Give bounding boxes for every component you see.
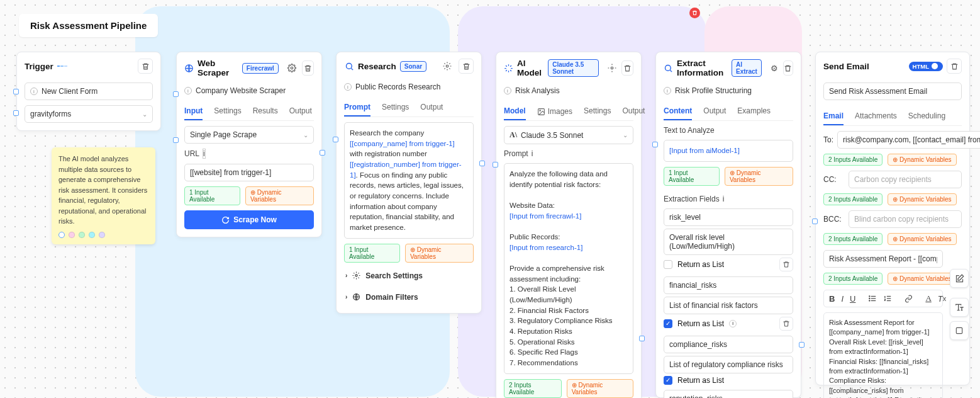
research-prompt-text[interactable]: Research the company [[company_name] fro…	[344, 122, 474, 239]
link-icon[interactable]	[905, 293, 913, 304]
delete-button[interactable]	[138, 59, 153, 74]
tab-images[interactable]: Images	[537, 103, 572, 120]
tab-prompt[interactable]: Prompt	[344, 99, 370, 117]
return-as-list-checkbox[interactable]	[664, 260, 672, 269]
ai-prompt-text[interactable]: Analyze the following data and identify …	[504, 163, 633, 374]
delete-button[interactable]	[621, 60, 633, 76]
email-to-input[interactable]: risk@company.com, [[contact_email] from …	[837, 131, 980, 149]
italic-icon[interactable]: I	[841, 293, 844, 304]
dynamic-variables-chip[interactable]: ⊕ Dynamic Variables	[725, 167, 793, 186]
research-card[interactable]: Research Sonar iPublic Records Research …	[336, 52, 482, 314]
underline-icon[interactable]: U	[850, 293, 855, 304]
domain-filters-expander[interactable]: › Domain Filters	[344, 289, 474, 305]
field-name-input[interactable]: reputation_risks	[664, 390, 793, 398]
email-subtitle[interactable]: Send Risk Assessment Email	[823, 82, 962, 100]
research-title: Research	[358, 62, 396, 71]
tab-attachments[interactable]: Attachments	[855, 108, 897, 125]
research-tabs[interactable]: Prompt Settings Output	[344, 99, 474, 117]
svg-point-13	[869, 296, 870, 297]
tab-model[interactable]: Model	[504, 103, 526, 120]
scrape-type-select[interactable]: Single Page Scrape ⌄	[184, 126, 314, 144]
email-body-editor[interactable]: Risk Assessment Report for [[company_nam…	[823, 312, 943, 398]
search-icon	[344, 61, 354, 71]
tab-scheduling[interactable]: Scheduling	[908, 108, 945, 125]
tab-email[interactable]: Email	[823, 108, 844, 125]
return-as-list-checkbox[interactable]	[664, 319, 672, 328]
settings-button[interactable]	[606, 60, 618, 76]
settings-button[interactable]	[440, 59, 455, 74]
field-desc-input[interactable]: List of financial risk factors	[664, 297, 793, 314]
edit-subject-button[interactable]	[950, 269, 969, 288]
tab-output[interactable]: Output	[289, 103, 312, 120]
dynamic-variables-chip[interactable]: ⊕ Dynamic Variables	[405, 244, 474, 263]
scrape-now-button[interactable]: Scrape Now	[184, 210, 314, 229]
email-subject-input[interactable]: Risk Assessment Report - [[company_name]…	[823, 250, 943, 268]
list-ol-icon[interactable]	[883, 293, 892, 304]
tab-examples[interactable]: Examples	[737, 103, 771, 120]
rich-text-toolbar[interactable]: B I U A Tx	[823, 290, 943, 307]
font-size-button[interactable]	[950, 298, 969, 317]
field-name-input[interactable]: financial_risks	[664, 276, 793, 294]
extract-card[interactable]: Extract Information AI Extract ⚙ iRisk P…	[655, 52, 801, 398]
settings-button[interactable]: ⚙	[769, 60, 779, 76]
dynamic-variables-chip[interactable]: ⊕ Dynamic Variables	[888, 154, 956, 166]
clear-format-icon[interactable]: Tx	[938, 293, 946, 304]
search-settings-expander[interactable]: › Search Settings	[344, 268, 474, 284]
chevron-down-icon: ⌄	[303, 132, 308, 139]
pipeline-notification-badge[interactable]	[689, 8, 700, 18]
field-delete-button[interactable]	[779, 317, 793, 331]
expand-body-button[interactable]	[950, 321, 969, 340]
bold-icon[interactable]: B	[829, 293, 835, 304]
field-desc-input[interactable]: List of regulatory compliance risks	[664, 356, 793, 373]
trigger-form-select[interactable]: iNew Client Form	[25, 82, 153, 100]
field-name-input[interactable]: compliance_risks	[664, 336, 793, 353]
email-bcc-input[interactable]	[849, 210, 962, 228]
list-ul-icon[interactable]	[868, 293, 877, 304]
field-delete-button[interactable]	[779, 258, 793, 271]
url-input[interactable]: [[website] from trigger-1]	[184, 164, 314, 181]
settings-button[interactable]	[286, 60, 298, 76]
sticky-note[interactable]: The AI model analyzes multiple data sour…	[52, 147, 155, 244]
tab-output[interactable]: Output	[420, 99, 443, 117]
dynamic-variables-chip[interactable]: ⊕ Dynamic Variables	[245, 186, 314, 205]
extract-tabs[interactable]: Content Output Examples	[664, 103, 793, 121]
svg-rect-19	[956, 327, 962, 333]
delete-button[interactable]	[459, 59, 474, 74]
trigger-connector-select[interactable]: gravityforms ⌄	[25, 105, 153, 123]
tab-results[interactable]: Results	[253, 103, 278, 120]
ai-model-tabs[interactable]: Model Images Settings Output	[504, 103, 633, 121]
trigger-card[interactable]: Trigger iNew Client Form gravityforms ⌄	[16, 52, 161, 131]
return-as-list-checkbox[interactable]	[664, 376, 672, 385]
email-card[interactable]: Send Email HTML Send Risk Assessment Ema…	[815, 52, 970, 385]
note-color-picker[interactable]	[58, 232, 148, 238]
tab-output[interactable]: Output	[703, 103, 726, 120]
extract-title: Extract Information	[677, 59, 728, 77]
delete-button[interactable]	[947, 59, 962, 74]
dynamic-variables-chip[interactable]: ⊕ Dynamic Variables	[567, 379, 633, 398]
svg-point-14	[869, 298, 870, 298]
inputs-available-chip: 1 Input Available	[664, 167, 720, 186]
inputs-available-chip: 1 Input Available	[184, 186, 240, 205]
ai-model-card[interactable]: AI Model Claude 3.5 Sonnet iRisk Analysi…	[496, 52, 642, 398]
tab-output[interactable]: Output	[622, 103, 645, 120]
tab-content[interactable]: Content	[664, 103, 692, 120]
html-toggle[interactable]: HTML	[909, 62, 943, 71]
extract-field: compliance_risks List of regulatory comp…	[664, 336, 793, 385]
scraper-tabs[interactable]: Input Settings Results Output	[184, 103, 314, 121]
text-to-analyze[interactable]: [Input from aiModel-1]	[664, 140, 793, 162]
email-cc-input[interactable]	[849, 171, 962, 188]
delete-button[interactable]	[302, 60, 314, 76]
tab-settings[interactable]: Settings	[382, 99, 409, 117]
tab-input[interactable]: Input	[184, 103, 203, 120]
scraper-card[interactable]: Web Scraper Firecrawl iCompany Website S…	[176, 52, 322, 237]
field-desc-input[interactable]: Overall risk level (Low/Medium/High)	[664, 229, 793, 255]
delete-button[interactable]	[783, 60, 793, 76]
sparkle-icon	[504, 63, 513, 73]
tab-settings[interactable]: Settings	[214, 103, 241, 120]
tab-settings[interactable]: Settings	[584, 103, 611, 120]
field-name-input[interactable]: risk_level	[664, 208, 793, 226]
email-tabs[interactable]: Email Attachments Scheduling	[823, 108, 962, 126]
font-color-icon[interactable]: A	[925, 293, 931, 304]
model-select[interactable]: A\Claude 3.5 Sonnet ⌄	[504, 126, 633, 144]
ai-model-badge: Claude 3.5 Sonnet	[548, 59, 599, 77]
